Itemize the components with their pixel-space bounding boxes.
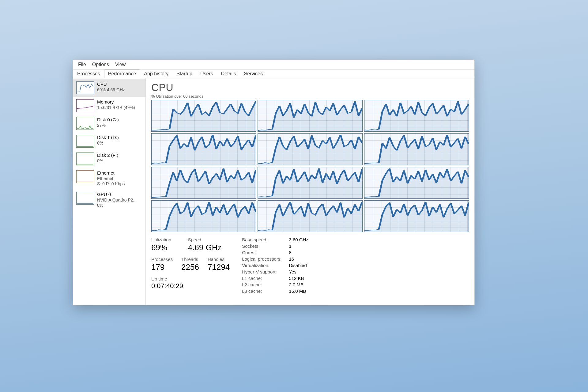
performance-sidebar: CPU69% 4.69 GHzMemory15.6/31.9 GB (49%)D…	[73, 78, 146, 305]
sidebar-item-title: Disk 0 (C:)	[97, 117, 119, 123]
spec-key: Virtualization:	[242, 263, 281, 268]
tab-startup[interactable]: Startup	[172, 70, 196, 78]
spec-value: Disabled	[289, 263, 308, 268]
spec-value: 3.60 GHz	[289, 237, 308, 242]
sidebar-thumb-icon	[76, 135, 94, 148]
chart-caption: % Utilization over 60 seconds	[151, 94, 469, 99]
cpu-core-chart-2	[364, 100, 469, 132]
cpu-core-chart-4	[258, 133, 362, 165]
cpu-core-chart-1	[258, 100, 362, 132]
spec-value: 1	[289, 243, 308, 249]
spec-key: Logical processors:	[242, 256, 281, 262]
utilization-value: 69%	[151, 243, 179, 252]
cpu-core-chart-0	[151, 100, 256, 132]
spec-key: Sockets:	[242, 243, 281, 249]
handles-value: 71294	[208, 262, 230, 272]
cpu-core-chart-7	[258, 167, 362, 199]
menu-file[interactable]: File	[75, 61, 89, 68]
uptime-value: 0:07:40:29	[151, 282, 230, 290]
cpu-details: Utilization 69% Speed 4.69 GHz Processes…	[151, 237, 469, 294]
performance-main-panel: CPU % Utilization over 60 seconds Utiliz…	[146, 78, 474, 305]
spec-value: 16.0 MB	[289, 288, 308, 294]
spec-key: L3 cache:	[242, 288, 281, 294]
task-manager-window: FileOptionsView ProcessesPerformanceApp …	[73, 60, 475, 305]
tab-app-history[interactable]: App history	[140, 70, 172, 78]
sidebar-thumb-icon	[76, 192, 94, 205]
spec-value: Yes	[289, 269, 308, 274]
sidebar-item-disk-1-d-[interactable]: Disk 1 (D:)0%	[73, 132, 145, 150]
spec-value: 512 KB	[289, 276, 308, 281]
cpu-core-chart-11	[364, 200, 469, 232]
spec-value: 16	[289, 256, 308, 262]
cpu-core-chart-3	[151, 133, 256, 165]
spec-key: Cores:	[242, 250, 281, 255]
sidebar-item-title: Ethernet	[97, 170, 125, 176]
cpu-core-chart-8	[364, 167, 469, 199]
menu-view[interactable]: View	[112, 61, 129, 68]
cpu-core-chart-10	[258, 200, 362, 232]
spec-value: 8	[289, 250, 308, 255]
cpu-core-chart-5	[364, 133, 469, 165]
sidebar-item-sub2: S: 0 R: 0 Kbps	[97, 181, 125, 187]
sidebar-item-sub: 27%	[97, 123, 119, 128]
sidebar-thumb-icon	[76, 170, 94, 183]
spec-key: Base speed:	[242, 237, 281, 242]
sidebar-item-sub: 0%	[97, 158, 118, 164]
utilization-label: Utilization	[151, 237, 179, 242]
sidebar-item-sub: Ethernet	[97, 176, 125, 182]
tab-processes[interactable]: Processes	[73, 70, 104, 78]
speed-label: Speed	[188, 237, 230, 242]
uptime-label: Up time	[151, 276, 230, 281]
tab-services[interactable]: Services	[240, 70, 267, 78]
sidebar-item-title: CPU	[97, 81, 125, 87]
threads-value: 2256	[181, 262, 199, 272]
page-title: CPU	[151, 81, 469, 93]
cpu-core-grid	[151, 100, 469, 232]
sidebar-thumb-icon	[76, 117, 94, 130]
sidebar-item-disk-0-c-[interactable]: Disk 0 (C:)27%	[73, 115, 145, 132]
sidebar-item-cpu[interactable]: CPU69% 4.69 GHz	[73, 79, 145, 97]
sidebar-thumb-icon	[76, 99, 94, 112]
svg-marker-7	[258, 168, 362, 198]
sidebar-thumb-icon	[76, 153, 94, 165]
sidebar-item-sub2: 0%	[97, 203, 137, 208]
sidebar-item-sub: 69% 4.69 GHz	[97, 87, 125, 93]
cpu-core-chart-9	[151, 200, 256, 232]
sidebar-item-disk-2-f-[interactable]: Disk 2 (F:)0%	[73, 150, 145, 168]
cpu-core-chart-6	[151, 167, 256, 199]
cpu-spec-table: Base speed:3.60 GHzSockets:1Cores:8Logic…	[242, 237, 308, 294]
processes-value: 179	[151, 262, 173, 272]
sidebar-item-sub: 15.6/31.9 GB (49%)	[97, 105, 135, 111]
sidebar-item-title: Disk 1 (D:)	[97, 135, 119, 141]
menu-options[interactable]: Options	[89, 61, 112, 68]
tab-performance[interactable]: Performance	[104, 70, 140, 78]
sidebar-item-sub: 0%	[97, 141, 119, 146]
spec-key: L1 cache:	[242, 276, 281, 281]
spec-key: Hyper-V support:	[242, 269, 281, 274]
tab-users[interactable]: Users	[196, 70, 217, 78]
sidebar-item-ethernet[interactable]: EthernetEthernetS: 0 R: 0 Kbps	[73, 168, 145, 189]
sidebar-item-sub: NVIDIA Quadro P2...	[97, 198, 137, 203]
tab-details[interactable]: Details	[217, 70, 240, 78]
sidebar-thumb-icon	[76, 81, 94, 94]
spec-key: L2 cache:	[242, 282, 281, 287]
sidebar-item-memory[interactable]: Memory15.6/31.9 GB (49%)	[73, 97, 145, 115]
threads-label: Threads	[181, 257, 199, 262]
sidebar-item-title: GPU 0	[97, 192, 137, 198]
spec-value: 2.0 MB	[289, 282, 308, 287]
speed-value: 4.69 GHz	[188, 243, 230, 252]
sidebar-item-title: Disk 2 (F:)	[97, 153, 118, 158]
sidebar-item-gpu-0[interactable]: GPU 0NVIDIA Quadro P2...0%	[73, 189, 145, 211]
sidebar-item-title: Memory	[97, 99, 135, 105]
processes-label: Processes	[151, 257, 173, 262]
tab-bar: ProcessesPerformanceApp historyStartupUs…	[73, 69, 474, 78]
menu-bar: FileOptionsView	[73, 60, 474, 69]
handles-label: Handles	[208, 257, 230, 262]
